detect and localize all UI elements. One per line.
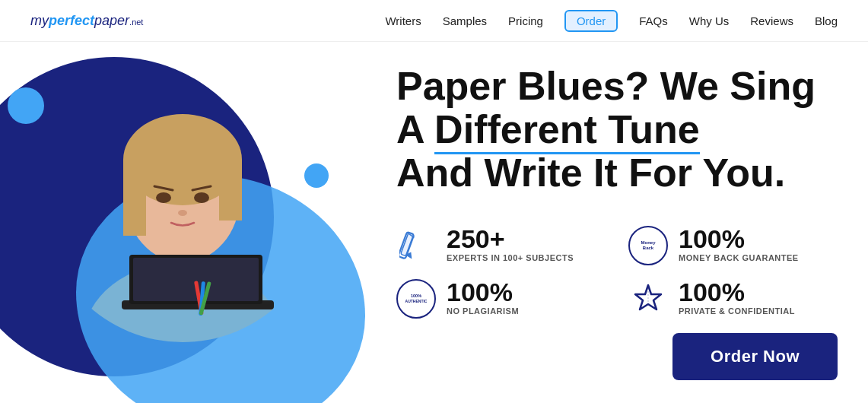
nav-reviews[interactable]: Reviews	[750, 14, 793, 27]
nav-pricing[interactable]: Pricing	[508, 14, 543, 27]
main-nav: Writers Samples Pricing Order FAQs Why U…	[385, 10, 838, 32]
dot-top-left	[8, 87, 44, 124]
stats-grid: 250+ EXPERTS IN 100+ SUBJECTS Money Back…	[396, 226, 838, 319]
logo-my: my	[30, 13, 49, 28]
hero-person-image	[46, 49, 320, 392]
money-back-badge: Money Back	[628, 226, 668, 265]
stat-experts-text: 250+ EXPERTS IN 100+ SUBJECTS	[447, 226, 574, 262]
nav-writers[interactable]: Writers	[385, 14, 421, 27]
svg-point-8	[194, 192, 209, 203]
nav-why-us[interactable]: Why Us	[689, 14, 730, 27]
stat-confidential-number: 100%	[679, 279, 795, 305]
authentic-badge: 100% AUTHENTIC	[396, 279, 436, 319]
stat-experts-label: EXPERTS IN 100+ SUBJECTS	[447, 253, 574, 262]
stat-confidential: 100% PRIVATE & CONFIDENTIAL	[628, 279, 838, 319]
authentic-icon: 100% AUTHENTIC	[396, 279, 436, 319]
stat-confidential-label: PRIVATE & CONFIDENTIAL	[679, 306, 795, 316]
pencil-icon	[396, 226, 436, 265]
stat-money-back-text: 100% MONEY BACK GUARANTEE	[679, 226, 799, 262]
nav-faqs[interactable]: FAQs	[639, 14, 668, 27]
stat-money-back-number: 100%	[679, 226, 799, 252]
stat-confidential-text: 100% PRIVATE & CONFIDENTIAL	[679, 279, 795, 316]
svg-rect-6	[219, 160, 242, 221]
svg-rect-14	[133, 258, 259, 301]
nav-order[interactable]: Order	[564, 10, 618, 32]
stat-experts: 250+ EXPERTS IN 100+ SUBJECTS	[396, 226, 606, 265]
hero-headline: Paper Blues? We Sing A Different Tune An…	[396, 65, 838, 195]
stat-plagiarism-number: 100%	[447, 279, 519, 305]
stat-plagiarism: 100% AUTHENTIC 100% NO PLAGIARISM	[396, 279, 606, 319]
nav-samples[interactable]: Samples	[443, 14, 487, 27]
stat-plagiarism-text: 100% NO PLAGIARISM	[447, 279, 519, 316]
stat-money-back-label: MONEY BACK GUARANTEE	[679, 253, 799, 262]
logo-paper: paper	[94, 13, 129, 28]
site-logo: myperfectpaper.net	[30, 13, 143, 29]
logo-perfect: perfect	[49, 13, 94, 28]
order-now-button[interactable]: Order Now	[672, 333, 838, 380]
stat-money-back: Money Back 100% MONEY BACK GUARANTEE	[628, 226, 838, 265]
stat-plagiarism-label: NO PLAGIARISM	[447, 306, 519, 316]
logo-net: .net	[129, 17, 143, 27]
headline-highlight: Different Tune	[434, 108, 700, 151]
stat-experts-number: 250+	[447, 226, 574, 252]
money-back-icon: Money Back	[628, 226, 668, 265]
star-icon	[628, 279, 668, 319]
order-button-container: Order Now	[672, 333, 838, 380]
svg-point-7	[156, 192, 171, 203]
svg-point-11	[178, 210, 187, 216]
nav-blog[interactable]: Blog	[815, 14, 838, 27]
site-header: myperfectpaper.net Writers Samples Prici…	[0, 0, 868, 42]
svg-rect-5	[123, 160, 146, 236]
hero-section: Paper Blues? We Sing A Different Tune An…	[0, 42, 868, 403]
